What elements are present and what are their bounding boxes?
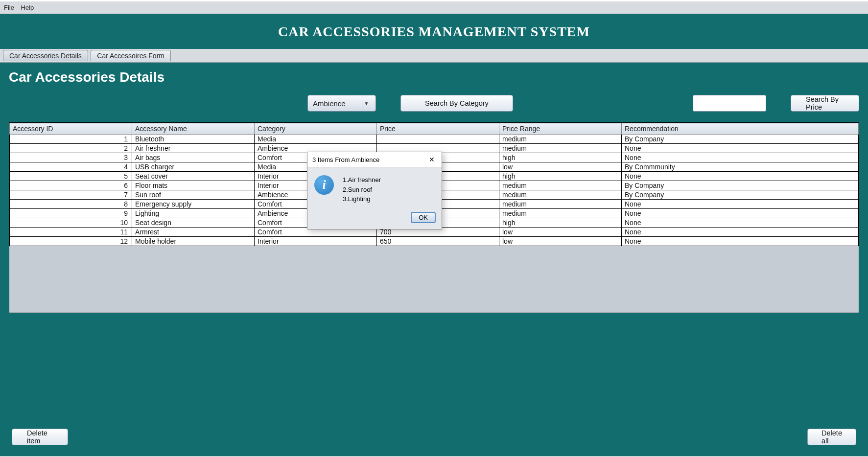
cell-category: Media	[255, 135, 377, 144]
cell-name: Lighting	[132, 209, 255, 218]
cell-recommendation: None	[622, 172, 859, 181]
cell-id: 4	[10, 162, 132, 172]
tab-form[interactable]: Car Accessoires Form	[91, 50, 171, 61]
col-category[interactable]: Category	[255, 123, 377, 135]
cell-id: 1	[10, 135, 132, 144]
table-empty-area	[9, 246, 859, 313]
dialog-titlebar: 3 Items From Ambience ✕	[307, 152, 442, 167]
cell-range: high	[499, 172, 622, 181]
header: CAR ACCESSORIES MANAGEMENT SYSTEM	[0, 14, 868, 49]
cell-recommendation: None	[622, 144, 859, 153]
page-title: Car Accessories Details	[9, 69, 859, 85]
table-row[interactable]: 12Mobile holderInterior650lowNone	[10, 237, 859, 246]
info-icon: i	[314, 175, 334, 195]
controls-row: Ambience ▼ Search By Category Search By …	[9, 95, 859, 112]
cell-price	[377, 135, 499, 144]
cell-name: Floor mats	[132, 181, 255, 190]
app-title: CAR ACCESSORIES MANAGEMENT SYSTEM	[278, 24, 590, 40]
cell-name: Air bags	[132, 153, 255, 162]
menu-file[interactable]: File	[4, 4, 14, 11]
cell-recommendation: By Company	[622, 181, 859, 190]
cell-id: 6	[10, 181, 132, 190]
cell-category: Interior	[255, 237, 377, 246]
price-input[interactable]	[693, 95, 766, 112]
cell-name: Sun roof	[132, 190, 255, 200]
cell-id: 12	[10, 237, 132, 246]
table-header-row: Accessory ID Accessory Name Category Pri…	[10, 123, 859, 135]
dialog-item: 1.Air freshner	[343, 175, 381, 185]
cell-recommendation: By Company	[622, 190, 859, 200]
table-row[interactable]: 1BluetoothMediamediumBy Company	[10, 135, 859, 144]
cell-recommendation: By Commmunity	[622, 162, 859, 172]
col-accessory-name[interactable]: Accessory Name	[132, 123, 255, 135]
tab-details[interactable]: Car Accessories Details	[3, 50, 88, 61]
main-panel: Car Accessories Details Ambience ▼ Searc…	[0, 63, 868, 456]
close-icon[interactable]: ✕	[427, 156, 437, 163]
cell-recommendation: None	[622, 153, 859, 162]
dialog-item: 3.Lighting	[343, 194, 381, 204]
delete-item-button[interactable]: Delete item	[12, 429, 68, 445]
cell-range: medium	[499, 144, 622, 153]
cell-name: Seat cover	[132, 172, 255, 181]
cell-id: 11	[10, 228, 132, 237]
cell-range: high	[499, 153, 622, 162]
cell-range: medium	[499, 135, 622, 144]
cell-range: low	[499, 162, 622, 172]
cell-name: Armrest	[132, 228, 255, 237]
col-recommendation[interactable]: Recommendation	[622, 123, 859, 135]
search-by-category-button[interactable]: Search By Category	[400, 95, 513, 112]
cell-name: USB charger	[132, 162, 255, 172]
cell-recommendation: None	[622, 237, 859, 246]
dialog-buttons: OK	[307, 209, 442, 229]
cell-id: 5	[10, 172, 132, 181]
cell-recommendation: None	[622, 200, 859, 209]
cell-name: Bluetooth	[132, 135, 255, 144]
col-price-range[interactable]: Price Range	[499, 123, 622, 135]
cell-range: high	[499, 218, 622, 228]
info-dialog: 3 Items From Ambience ✕ i 1.Air freshner…	[307, 152, 442, 229]
cell-range: medium	[499, 209, 622, 218]
cell-recommendation: None	[622, 218, 859, 228]
search-by-price-button[interactable]: Search By Price	[791, 95, 859, 112]
ok-button[interactable]: OK	[411, 212, 436, 223]
dialog-list: 1.Air freshner 2.Sun roof 3.Lighting	[343, 175, 381, 204]
cell-name: Air freshner	[132, 144, 255, 153]
dialog-body: i 1.Air freshner 2.Sun roof 3.Lighting	[307, 167, 442, 209]
col-price[interactable]: Price	[377, 123, 499, 135]
menu-help[interactable]: Help	[21, 4, 34, 11]
chevron-down-icon: ▼	[362, 95, 371, 111]
category-selected-label: Ambience	[313, 99, 346, 108]
cell-id: 9	[10, 209, 132, 218]
bottom-bar: Delete item Delete all	[12, 429, 856, 445]
tab-bar: Car Accessories Details Car Accessoires …	[0, 49, 868, 63]
dialog-item: 2.Sun roof	[343, 185, 381, 195]
category-dropdown[interactable]: Ambience ▼	[307, 95, 376, 112]
cell-range: low	[499, 237, 622, 246]
cell-recommendation: None	[622, 228, 859, 237]
cell-range: medium	[499, 200, 622, 209]
cell-range: medium	[499, 181, 622, 190]
cell-name: Mobile holder	[132, 237, 255, 246]
cell-id: 7	[10, 190, 132, 200]
col-accessory-id[interactable]: Accessory ID	[10, 123, 132, 135]
cell-id: 3	[10, 153, 132, 162]
cell-name: Emergency supply	[132, 200, 255, 209]
cell-range: low	[499, 228, 622, 237]
delete-all-button[interactable]: Delete all	[807, 429, 856, 445]
cell-id: 2	[10, 144, 132, 153]
cell-range: medium	[499, 190, 622, 200]
menu-bar: File Help	[0, 0, 868, 14]
cell-price: 650	[377, 237, 499, 246]
cell-name: Seat design	[132, 218, 255, 228]
dialog-title: 3 Items From Ambience	[312, 156, 379, 163]
cell-id: 10	[10, 218, 132, 228]
cell-id: 8	[10, 200, 132, 209]
cell-recommendation: None	[622, 209, 859, 218]
cell-recommendation: By Company	[622, 135, 859, 144]
